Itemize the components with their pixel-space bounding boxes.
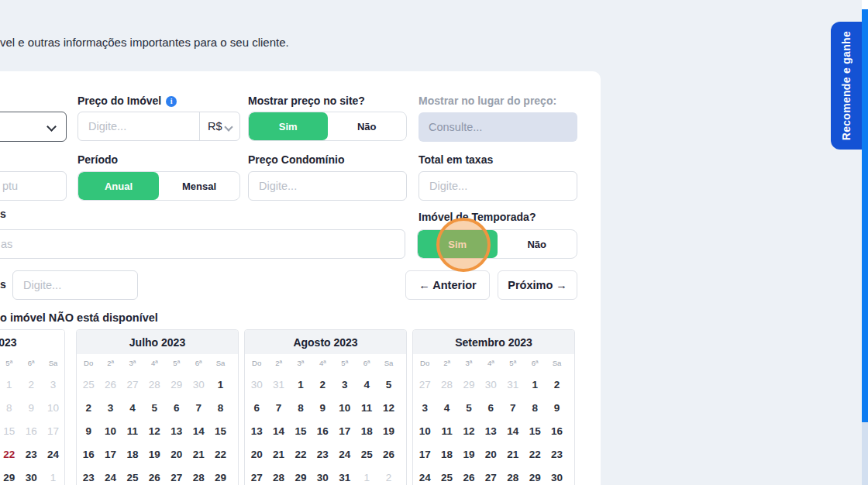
show-price-yes[interactable]: Sim	[249, 112, 328, 140]
calendar-day[interactable]: 18	[436, 442, 457, 466]
calendar-day[interactable]: 11	[356, 396, 377, 419]
calendar-day[interactable]: 30	[546, 466, 567, 485]
calendar-day[interactable]: 26	[143, 466, 165, 485]
calendar-day[interactable]: 14	[502, 419, 524, 442]
calendar-day[interactable]: 1	[290, 373, 312, 396]
calendar-day[interactable]: 14	[267, 419, 289, 442]
calendar-day[interactable]: 7	[502, 396, 524, 419]
calendar-day[interactable]: 6	[166, 396, 188, 419]
calendar-day[interactable]: 1	[524, 373, 546, 396]
calendar-day[interactable]: 27	[246, 466, 267, 485]
calendar-day[interactable]: 26	[99, 373, 121, 396]
calendar-day[interactable]: 13	[166, 419, 188, 442]
calendar-day[interactable]: 18	[122, 442, 143, 466]
calendar-day[interactable]: 17	[414, 442, 436, 466]
calendar-day[interactable]: 2	[78, 396, 99, 419]
calendar-day[interactable]: 13	[246, 419, 267, 442]
calendar-day[interactable]: 31	[502, 373, 524, 396]
calendar-day[interactable]: 22	[524, 442, 546, 466]
calendar-day[interactable]: 30	[20, 466, 42, 485]
calendar-day[interactable]: 8	[0, 396, 20, 419]
calendar-day[interactable]: 15	[524, 419, 546, 442]
calendar-day[interactable]: 22	[209, 442, 231, 466]
calendar-day[interactable]: 19	[458, 442, 480, 466]
calendar-day[interactable]: 30	[188, 373, 209, 396]
calendar-day[interactable]: 9	[78, 419, 99, 442]
calendar-day[interactable]: 16	[20, 419, 42, 442]
calendar-day[interactable]: 29	[209, 466, 231, 485]
calendar-day[interactable]: 17	[42, 419, 64, 442]
calendar-day[interactable]: 16	[546, 419, 567, 442]
calendar-day[interactable]: 2	[377, 466, 399, 485]
calendar-day[interactable]: 23	[546, 442, 567, 466]
calendar-day[interactable]: 6	[246, 396, 267, 419]
calendar-day[interactable]: 21	[188, 442, 209, 466]
calendar-day[interactable]: 29	[524, 466, 546, 485]
calendar-day[interactable]: 2	[20, 373, 42, 396]
scrollbar-thumb[interactable]	[862, 9, 868, 422]
condo-price-input[interactable]: Digite...	[248, 171, 407, 201]
info-icon[interactable]: i	[166, 96, 177, 107]
calendar-day[interactable]: 16	[312, 419, 333, 442]
calendar-day[interactable]: 24	[42, 442, 64, 466]
calendar-day[interactable]: 25	[122, 466, 143, 485]
referral-tab[interactable]: Recomende e ganhe	[831, 22, 862, 150]
calendar-day[interactable]: 10	[334, 396, 356, 419]
period-anual[interactable]: Anual	[78, 172, 159, 200]
calendar-day[interactable]: 26	[458, 466, 480, 485]
calendar-day[interactable]: 19	[143, 442, 165, 466]
calendar-day[interactable]: 1	[356, 466, 377, 485]
calendar-day[interactable]: 4	[356, 373, 377, 396]
calendar-day[interactable]: 11	[122, 419, 143, 442]
calendar-day[interactable]: 27	[480, 466, 501, 485]
calendar-day[interactable]: 3	[334, 373, 356, 396]
calendar-day[interactable]: 30	[246, 373, 267, 396]
currency-select[interactable]: R$	[199, 112, 239, 140]
calendar-day[interactable]: 24	[334, 442, 356, 466]
season-no[interactable]: Não	[498, 230, 577, 258]
calendar-day[interactable]: 20	[480, 442, 501, 466]
calendar-day[interactable]: 13	[480, 419, 501, 442]
calendar-day[interactable]: 5	[458, 396, 480, 419]
calendar-day[interactable]: 31	[334, 466, 356, 485]
calendar-day[interactable]: 2	[312, 373, 333, 396]
calendar-day[interactable]: 12	[377, 396, 399, 419]
calendar-day[interactable]: 27	[166, 466, 188, 485]
calendar-day[interactable]: 14	[188, 419, 209, 442]
calendar-day[interactable]: 23	[312, 442, 333, 466]
calendar-day[interactable]: 17	[334, 419, 356, 442]
calendar-day[interactable]: 30	[480, 373, 501, 396]
calendar-day[interactable]: 20	[166, 442, 188, 466]
calendar-day[interactable]: 15	[209, 419, 231, 442]
price-input[interactable]: Digite...	[78, 112, 199, 140]
property-type-select[interactable]	[0, 112, 67, 142]
calendar-day[interactable]: 3	[99, 396, 121, 419]
calendar-day[interactable]: 22	[290, 442, 312, 466]
calendar-day[interactable]: 25	[356, 442, 377, 466]
calendar-day[interactable]: 27	[122, 373, 143, 396]
calendar-day[interactable]: 23	[20, 442, 42, 466]
calendar-day[interactable]: 19	[377, 419, 399, 442]
small-input[interactable]: Digite...	[12, 270, 138, 300]
calendar-day[interactable]: 8	[209, 396, 231, 419]
calendar-day[interactable]: 31	[267, 373, 289, 396]
calendar-day[interactable]: 7	[188, 396, 209, 419]
wide-input[interactable]: as	[0, 229, 405, 259]
calendar-day[interactable]: 4	[436, 396, 457, 419]
calendar-day[interactable]: 8	[290, 396, 312, 419]
calendar-day[interactable]: 3	[414, 396, 436, 419]
calendar-day[interactable]: 29	[458, 373, 480, 396]
calendar-day[interactable]: 5	[377, 373, 399, 396]
calendar-day[interactable]: 10	[42, 396, 64, 419]
calendar-day[interactable]: 25	[436, 466, 457, 485]
calendar-day[interactable]: 25	[78, 373, 99, 396]
calendar-day[interactable]: 9	[546, 396, 567, 419]
calendar-day[interactable]: 9	[20, 396, 42, 419]
calendar-day[interactable]: 29	[290, 466, 312, 485]
calendar-day[interactable]: 17	[99, 442, 121, 466]
calendar-day[interactable]: 10	[99, 419, 121, 442]
calendar-day[interactable]: 1	[209, 373, 231, 396]
calendar-day[interactable]: 27	[414, 373, 436, 396]
calendar-day[interactable]: 15	[0, 419, 20, 442]
calendar-day[interactable]: 18	[356, 419, 377, 442]
